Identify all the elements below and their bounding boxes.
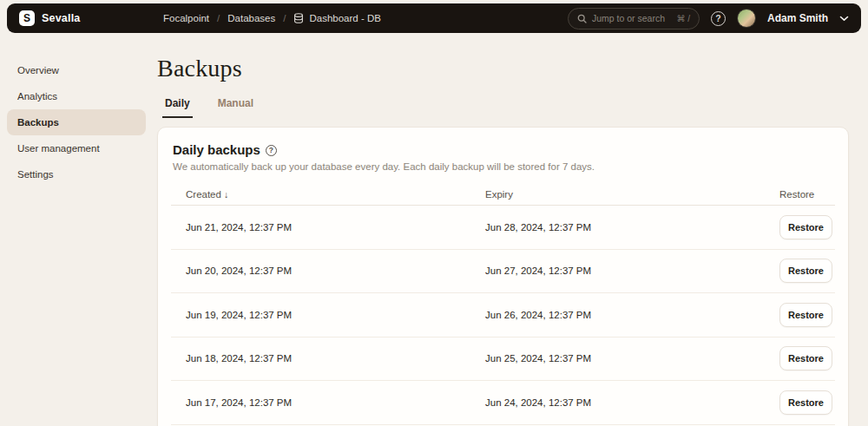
- expiry-cell: Jun 26, 2024, 12:37 PM: [485, 310, 779, 320]
- tab-manual[interactable]: Manual: [215, 97, 256, 118]
- topbar-right: ⌘ / ? Adam Smith: [568, 8, 849, 29]
- database-icon: [293, 13, 304, 23]
- table-row: Jun 21, 2024, 12:37 PM Jun 28, 2024, 12:…: [171, 206, 835, 250]
- breadcrumb: Focalpoint / Databases / Dashboard - DB: [163, 13, 381, 23]
- table-row: Jun 17, 2024, 12:37 PM Jun 24, 2024, 12:…: [171, 381, 835, 425]
- restore-button[interactable]: Restore: [779, 215, 832, 239]
- breadcrumb-separator: /: [283, 13, 286, 23]
- sevalla-logo-icon: S: [19, 10, 35, 26]
- sidebar-item-overview[interactable]: Overview: [7, 57, 146, 83]
- created-cell: Jun 21, 2024, 12:37 PM: [186, 222, 485, 233]
- help-icon[interactable]: ?: [711, 11, 726, 26]
- breadcrumb-current-label: Dashboard - DB: [309, 13, 380, 23]
- sidebar-item-user-management[interactable]: User management: [7, 135, 146, 161]
- card-header: Daily backups ? We automatically back up…: [158, 128, 848, 172]
- restore-button[interactable]: Restore: [779, 390, 832, 415]
- breadcrumb-separator: /: [217, 13, 220, 23]
- topbar: S Sevalla Focalpoint / Databases / Dashb…: [7, 3, 861, 33]
- column-header-expiry[interactable]: Expiry: [485, 189, 779, 200]
- expiry-cell: Jun 27, 2024, 12:37 PM: [485, 265, 779, 276]
- search-shortcut-hint: ⌘ /: [676, 14, 690, 23]
- column-header-created[interactable]: Created↓: [186, 189, 485, 200]
- card-description: We automatically back up your database e…: [173, 161, 833, 172]
- tab-bar: Daily Manual: [162, 97, 849, 118]
- page-title: Backups: [157, 55, 849, 82]
- expiry-cell: Jun 24, 2024, 12:37 PM: [485, 397, 779, 408]
- search-icon: [577, 14, 587, 23]
- breadcrumb-item-current[interactable]: Dashboard - DB: [293, 13, 380, 23]
- backups-table: Created↓ Expiry Restore Jun 21, 2024, 12…: [171, 183, 835, 425]
- search-box[interactable]: ⌘ /: [568, 8, 700, 29]
- brand-area[interactable]: S Sevalla: [19, 10, 163, 26]
- sort-desc-icon: ↓: [224, 189, 228, 200]
- daily-backups-card: Daily backups ? We automatically back up…: [157, 127, 849, 426]
- avatar[interactable]: [737, 9, 756, 28]
- created-cell: Jun 17, 2024, 12:37 PM: [186, 397, 485, 408]
- brand-name: Sevalla: [42, 12, 81, 24]
- restore-button[interactable]: Restore: [779, 259, 832, 283]
- breadcrumb-item-focalpoint[interactable]: Focalpoint: [163, 13, 209, 23]
- table-row: Jun 18, 2024, 12:37 PM Jun 25, 2024, 12:…: [171, 338, 835, 382]
- expiry-cell: Jun 25, 2024, 12:37 PM: [485, 353, 779, 364]
- sidebar-item-backups[interactable]: Backups: [7, 109, 146, 135]
- user-name[interactable]: Adam Smith: [767, 12, 828, 24]
- column-header-restore: Restore: [779, 189, 835, 200]
- tab-daily[interactable]: Daily: [162, 97, 193, 118]
- table-header-row: Created↓ Expiry Restore: [171, 183, 835, 206]
- restore-button[interactable]: Restore: [779, 346, 832, 370]
- restore-button[interactable]: Restore: [779, 303, 832, 327]
- table-row: Jun 19, 2024, 12:37 PM Jun 26, 2024, 12:…: [171, 293, 835, 338]
- card-title: Daily backups: [173, 142, 260, 157]
- created-cell: Jun 19, 2024, 12:37 PM: [186, 310, 485, 320]
- sidebar: Overview Analytics Backups User manageme…: [0, 33, 153, 187]
- breadcrumb-item-databases[interactable]: Databases: [227, 13, 275, 23]
- table-row: Jun 20, 2024, 12:37 PM Jun 27, 2024, 12:…: [171, 250, 835, 294]
- help-tooltip-icon[interactable]: ?: [266, 145, 277, 156]
- sidebar-item-settings[interactable]: Settings: [7, 161, 146, 187]
- expiry-cell: Jun 28, 2024, 12:37 PM: [485, 222, 779, 233]
- chevron-down-icon[interactable]: [839, 16, 849, 22]
- created-cell: Jun 18, 2024, 12:37 PM: [186, 353, 485, 364]
- sidebar-item-analytics[interactable]: Analytics: [7, 83, 146, 109]
- main-content: Backups Daily Manual Daily backups ? We …: [157, 33, 849, 426]
- created-cell: Jun 20, 2024, 12:37 PM: [186, 265, 485, 276]
- search-input[interactable]: [592, 13, 665, 23]
